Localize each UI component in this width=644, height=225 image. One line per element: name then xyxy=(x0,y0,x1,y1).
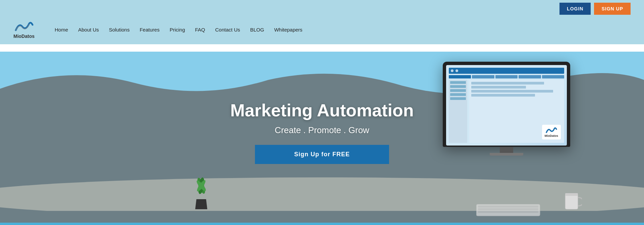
logo-icon xyxy=(14,21,34,33)
bottom-blue-strip xyxy=(0,223,644,225)
screen-nav-1 xyxy=(449,75,471,78)
screen-row-3 xyxy=(471,90,553,93)
logo[interactable]: MioDatos xyxy=(13,21,35,39)
screen-nav-4 xyxy=(519,75,541,78)
screen-logo-overlay: MioDatos xyxy=(542,125,561,139)
white-divider xyxy=(0,44,644,52)
screen-logo-text: MioDatos xyxy=(545,134,558,137)
sidebar-item-4 xyxy=(450,93,466,96)
nav-item-contact[interactable]: Contact Us xyxy=(215,27,240,33)
screen-row-2 xyxy=(471,86,526,89)
screen-dot-1 xyxy=(451,69,453,72)
screen-nav-row xyxy=(449,75,564,78)
svg-rect-10 xyxy=(565,193,578,196)
nav-link-solutions[interactable]: Solutions xyxy=(109,27,130,33)
svg-rect-7 xyxy=(478,208,538,210)
top-bar: LOGIN SIGN UP xyxy=(0,0,644,17)
svg-rect-8 xyxy=(478,211,538,213)
screen-nav-2 xyxy=(472,75,494,78)
signup-button[interactable]: SIGN UP xyxy=(594,3,631,15)
monitor-mockup: MioDatos xyxy=(443,62,570,156)
nav-item-home[interactable]: Home xyxy=(55,27,68,33)
screen-dot-2 xyxy=(455,69,458,72)
nav-item-faq[interactable]: FAQ xyxy=(195,27,205,33)
nav-item-pricing[interactable]: Pricing xyxy=(170,27,185,33)
sidebar-item-5 xyxy=(450,97,466,100)
plant-pot xyxy=(195,199,207,209)
monitor-base xyxy=(490,153,523,156)
svg-rect-9 xyxy=(565,194,578,209)
sidebar-item-3 xyxy=(450,89,466,92)
hero-text-area: Marketing Automation Create . Promote . … xyxy=(230,100,414,164)
sidebar-item-1 xyxy=(450,81,466,84)
monitor-stand xyxy=(500,147,513,153)
nav-item-features[interactable]: Features xyxy=(140,27,159,33)
hero-title: Marketing Automation xyxy=(230,100,414,120)
sidebar-item-2 xyxy=(450,85,466,88)
plant-decoration xyxy=(191,176,211,209)
screen-row-4 xyxy=(471,94,535,97)
coffee-cup xyxy=(564,189,582,213)
nav-link-contact[interactable]: Contact Us xyxy=(215,27,240,33)
screen-nav-5 xyxy=(542,75,564,78)
screen-logo-icon xyxy=(545,127,557,134)
screen-sidebar xyxy=(449,80,467,143)
nav-link-home[interactable]: Home xyxy=(55,27,68,33)
screen-inner: MioDatos xyxy=(446,65,567,146)
nav-item-solutions[interactable]: Solutions xyxy=(109,27,130,33)
svg-rect-6 xyxy=(478,206,538,208)
hero-subtitle: Create . Promote . Grow xyxy=(275,125,369,135)
nav-link-faq[interactable]: FAQ xyxy=(195,27,205,33)
screen-body: MioDatos xyxy=(449,80,564,143)
logo-text: MioDatos xyxy=(13,34,35,39)
nav-link-pricing[interactable]: Pricing xyxy=(170,27,185,33)
screen-header xyxy=(449,68,564,74)
screen-row-1 xyxy=(471,82,544,85)
nav-item-about[interactable]: About Us xyxy=(78,27,99,33)
nav-item-whitepapers[interactable]: Whitepapers xyxy=(274,27,302,33)
nav-item-blog[interactable]: BLOG xyxy=(250,27,264,33)
keyboard-decoration xyxy=(476,201,543,218)
hero-section: Marketing Automation Create . Promote . … xyxy=(0,52,644,225)
login-button[interactable]: LOGIN xyxy=(559,3,591,15)
plant-leaves-svg xyxy=(191,176,211,199)
hero-cta-button[interactable]: Sign Up for FREE xyxy=(255,145,389,164)
screen-main: MioDatos xyxy=(469,80,564,143)
nav-link-whitepapers[interactable]: Whitepapers xyxy=(274,27,302,33)
navbar: MioDatos Home About Us Solutions Feature… xyxy=(0,17,644,44)
nav-link-features[interactable]: Features xyxy=(140,27,159,33)
screen-nav-3 xyxy=(495,75,518,78)
monitor-screen: MioDatos xyxy=(446,65,567,146)
nav-links: Home About Us Solutions Features Pricing… xyxy=(55,27,303,33)
nav-link-about[interactable]: About Us xyxy=(78,27,99,33)
nav-link-blog[interactable]: BLOG xyxy=(250,27,264,33)
monitor-frame: MioDatos xyxy=(443,62,570,147)
